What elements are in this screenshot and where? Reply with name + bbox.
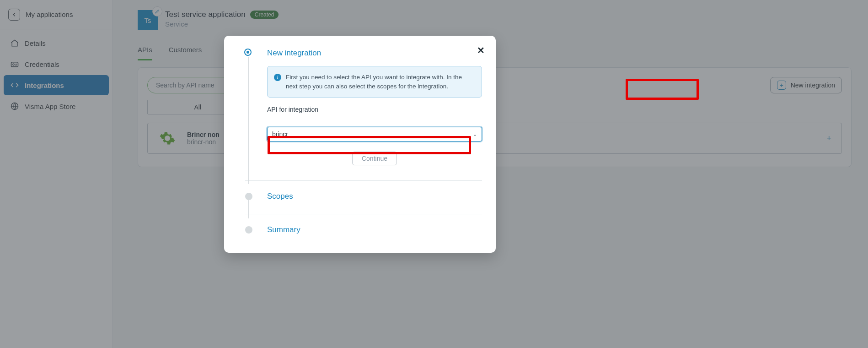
info-box: i First you need to select the API you w…	[267, 66, 482, 98]
step3-title: Summary	[267, 225, 482, 234]
step-divider	[245, 180, 482, 181]
step1-title: New integration	[267, 49, 482, 58]
info-icon: i	[274, 74, 281, 81]
chevron-down-icon: ⌄	[473, 131, 477, 137]
timeline-line	[248, 57, 249, 184]
step-new-integration: New integration i First you need to sele…	[245, 49, 482, 168]
api-field-label: API for integration	[267, 106, 482, 113]
step2-title: Scopes	[267, 192, 482, 201]
continue-button[interactable]: Continue	[352, 152, 397, 165]
step-divider	[245, 214, 482, 214]
step-dot-active	[245, 49, 251, 55]
step-scopes[interactable]: Scopes	[245, 192, 482, 201]
info-text: First you need to select the API you wan…	[286, 74, 462, 90]
api-combobox-value: brincr	[272, 130, 288, 138]
step-dot	[245, 193, 252, 200]
new-integration-modal: ✕ New integration i First you need to se…	[224, 36, 496, 253]
api-combobox[interactable]: brincr ⌄	[267, 127, 482, 141]
step-summary[interactable]: Summary	[245, 225, 482, 234]
timeline-line	[248, 200, 249, 218]
step-dot	[245, 226, 252, 234]
wizard-steps: New integration i First you need to sele…	[245, 49, 482, 234]
